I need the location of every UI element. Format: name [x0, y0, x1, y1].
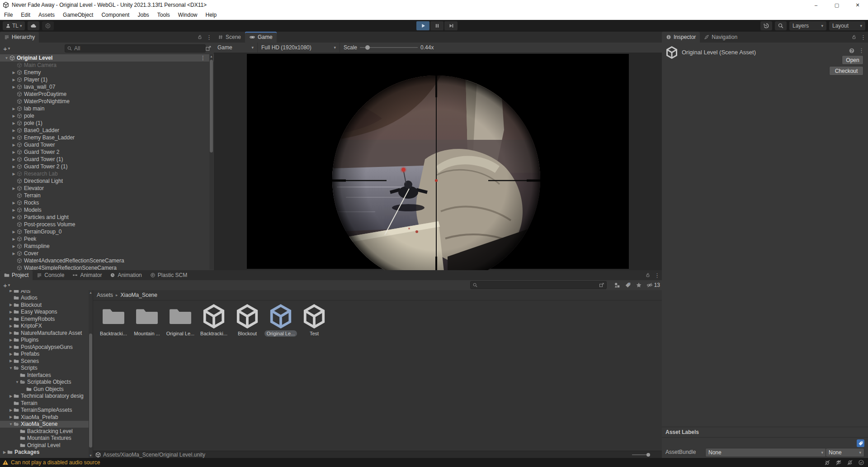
asset-label-tag-button[interactable]	[857, 439, 864, 447]
scroll-down-icon[interactable]: ▼	[89, 454, 92, 457]
menu-file[interactable]: File	[0, 10, 17, 20]
asset-original-le-scene[interactable]: Original Le...	[264, 304, 297, 337]
filter-by-label-icon[interactable]	[625, 282, 631, 288]
pause-button[interactable]	[430, 21, 443, 30]
hierarchy-item-lava-wall-07[interactable]: ▶lava_wall_07	[0, 83, 214, 91]
menu-component[interactable]: Component	[97, 10, 133, 20]
menu-edit[interactable]: Edit	[17, 10, 34, 20]
project-folder-scriptable-objects[interactable]: ▼Scriptable Objects	[0, 379, 93, 386]
layout-dropdown[interactable]: Layout ▾	[829, 21, 865, 30]
expand-arrow-icon[interactable]: ▶	[8, 324, 14, 328]
lock-icon[interactable]	[197, 34, 203, 40]
expand-arrow-icon[interactable]: ▶	[8, 359, 14, 363]
minimize-button[interactable]: –	[806, 0, 826, 10]
project-folder-backtracking-level[interactable]: Backtracking Level	[0, 428, 93, 435]
progress-ok-icon[interactable]	[858, 459, 864, 466]
tab-scene[interactable]: Scene	[214, 32, 245, 43]
expand-arrow-icon[interactable]: ▶	[8, 338, 14, 342]
tab-console[interactable]: Console	[33, 270, 68, 280]
icon-size-slider[interactable]	[632, 454, 649, 455]
hierarchy-item-guard-tower-2-1[interactable]: ▶Guard Tower 2 (1)	[0, 163, 214, 170]
search-button[interactable]	[775, 21, 787, 30]
account-button[interactable]: TL ▾	[3, 21, 25, 30]
project-folder-easy-weapons[interactable]: ▶Easy Weapons	[0, 309, 93, 316]
hierarchy-item-guard-tower-1[interactable]: ▶Guard Tower (1)	[0, 156, 214, 163]
expand-arrow-icon[interactable]: ▶	[11, 157, 17, 162]
display-dropdown[interactable]: Game ▾	[214, 43, 258, 52]
checkout-button[interactable]: Checkout	[829, 66, 863, 76]
hierarchy-item-post-process-volume[interactable]: Post-process Volume	[0, 221, 214, 228]
tab-game[interactable]: Game	[245, 32, 277, 43]
expand-arrow-icon[interactable]: ▶	[11, 136, 17, 140]
assetbundle-dropdown[interactable]: None ▾	[705, 448, 826, 457]
collapse-arrow-icon[interactable]: ▼	[8, 366, 14, 370]
expand-arrow-icon[interactable]: ▶	[11, 78, 17, 82]
tab-navigation[interactable]: Navigation	[700, 32, 741, 43]
expand-arrow-icon[interactable]: ▶	[8, 331, 14, 335]
scroll-up-icon[interactable]: ▲	[89, 291, 92, 294]
scrollbar-thumb[interactable]	[89, 334, 92, 448]
picker-icon[interactable]	[205, 45, 212, 52]
expand-arrow-icon[interactable]: ▶	[8, 408, 14, 412]
project-folder-plugins[interactable]: ▶Plugins	[0, 337, 93, 344]
expand-arrow-icon[interactable]: ▶	[8, 290, 14, 293]
lock-icon[interactable]	[851, 34, 857, 40]
tab-inspector[interactable]: Inspector	[662, 32, 700, 43]
project-folder-blockout[interactable]: ▶Blockout	[0, 301, 93, 309]
expand-arrow-icon[interactable]: ▶	[8, 317, 14, 321]
expand-arrow-icon[interactable]: ▶	[8, 394, 14, 398]
expand-arrow-icon[interactable]: ▶	[11, 107, 17, 111]
expand-arrow-icon[interactable]: ▶	[11, 143, 17, 147]
project-folder-technical-laboratory-desig[interactable]: ▶Technical laboratory desig	[0, 393, 93, 400]
hierarchy-item-pole[interactable]: ▶pole	[0, 112, 214, 119]
hidden-count-toggle[interactable]: 13	[646, 282, 660, 288]
expand-arrow-icon[interactable]: ▶	[11, 71, 17, 75]
expand-arrow-icon[interactable]: ▶	[11, 165, 17, 169]
icon-size-slider-thumb[interactable]	[646, 453, 650, 457]
expand-arrow-icon[interactable]: ▶	[8, 310, 14, 314]
expand-arrow-icon[interactable]: ▶	[8, 303, 14, 307]
menu-assets[interactable]: Assets	[34, 10, 59, 20]
create-asset-button[interactable]: +	[3, 281, 7, 289]
kebab-menu-icon[interactable]: ⋮	[859, 47, 864, 54]
project-folder-terrainsampleassets[interactable]: ▶TerrainSampleAssets	[0, 407, 93, 414]
expand-arrow-icon[interactable]: ▶	[11, 114, 17, 118]
notifications-muted-icon[interactable]	[847, 459, 853, 466]
debugger-disabled-icon[interactable]	[824, 459, 830, 466]
breadcrumb-current[interactable]: XiaoMa_Scene	[121, 292, 157, 298]
project-folder-arts[interactable]: ▶Arts	[0, 290, 93, 295]
project-folder-postapocalypseguns[interactable]: ▶PostApocalypseGuns	[0, 343, 93, 351]
hierarchy-item-directional-light[interactable]: Directional Light	[0, 177, 214, 185]
expand-arrow-icon[interactable]: ▶	[11, 237, 17, 241]
layers-dropdown[interactable]: Layers ▾	[789, 21, 826, 30]
tab-plastic-scm[interactable]: Plastic SCM	[146, 270, 191, 280]
scale-slider[interactable]	[360, 47, 418, 48]
collapse-arrow-icon[interactable]: ▼	[14, 380, 20, 384]
resolution-dropdown[interactable]: Full HD (1920x1080) ▾	[258, 43, 340, 52]
hierarchy-item-waterpronighttime[interactable]: WaterProNighttime	[0, 98, 214, 105]
project-folder-interfaces[interactable]: Interfaces	[0, 372, 93, 379]
hierarchy-search-input[interactable]: All	[65, 44, 206, 52]
project-folder-xiaoma-prefab[interactable]: ▶XiaoMa_Prefab	[0, 414, 93, 421]
asset-backtracki-folder[interactable]: Backtracki...	[97, 304, 130, 337]
asset-original-le-folder[interactable]: Original Le...	[164, 304, 197, 337]
item-options-icon[interactable]: ⋮	[200, 55, 206, 61]
expand-arrow-icon[interactable]: ▶	[11, 252, 17, 256]
scrollbar-thumb[interactable]	[210, 60, 213, 152]
project-folder-xiaoma-scene[interactable]: ▼XiaoMa_Scene	[0, 421, 93, 428]
expand-arrow-icon[interactable]: ▶	[11, 121, 17, 125]
expand-arrow-icon[interactable]: ▶	[8, 352, 14, 356]
hierarchy-item-terraingroup-0[interactable]: ▶TerrainGroup_0	[0, 228, 214, 235]
open-button[interactable]: Open	[842, 55, 863, 65]
hierarchy-item-particles-and-light[interactable]: ▶Particles and Light	[0, 214, 214, 221]
cache-disabled-icon[interactable]	[835, 459, 842, 466]
kebab-menu-icon[interactable]: ⋮	[206, 34, 212, 41]
chevron-down-icon[interactable]: ▾	[8, 47, 10, 51]
cloud-button[interactable]	[28, 21, 39, 30]
close-button[interactable]: ✕	[847, 0, 868, 10]
tab-project[interactable]: Project	[0, 270, 33, 280]
expand-arrow-icon[interactable]: ▶	[11, 172, 17, 176]
project-folder-packages[interactable]: ▶Packages	[0, 449, 93, 456]
scroll-up-icon[interactable]: ▲	[210, 55, 213, 58]
collapse-arrow-icon[interactable]: ▼	[8, 422, 14, 426]
